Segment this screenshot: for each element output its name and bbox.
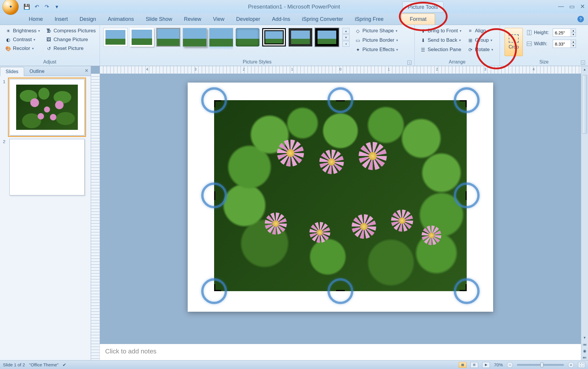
tab-animations[interactable]: Animations xyxy=(102,14,140,25)
crop-handle-right[interactable] xyxy=(466,191,467,200)
height-spinner[interactable]: ▲▼ xyxy=(553,28,576,37)
tab-ispring-converter[interactable]: iSpring Converter xyxy=(296,14,349,25)
scroll-up[interactable]: ▲ xyxy=(581,66,588,73)
tab-addins[interactable]: Add-Ins xyxy=(266,14,296,25)
spellcheck-icon[interactable]: ✔ xyxy=(63,362,66,368)
width-up[interactable]: ▲ xyxy=(571,40,576,44)
crop-handle-left[interactable] xyxy=(214,191,215,200)
height-down[interactable]: ▼ xyxy=(571,33,576,36)
horizontal-ruler: 432101234 xyxy=(100,66,581,74)
notes-pane[interactable]: Click to add notes xyxy=(100,344,581,360)
zoom-percentage[interactable]: 70% xyxy=(494,362,503,367)
zoom-out-button[interactable]: − xyxy=(507,362,513,368)
style-thumb-1[interactable] xyxy=(103,28,127,47)
style-thumb-9[interactable] xyxy=(315,28,339,47)
crop-handle-tr[interactable] xyxy=(460,100,467,107)
prev-slide-button[interactable]: ⏮ xyxy=(581,341,588,347)
style-thumb-8[interactable] xyxy=(288,28,313,47)
width-spinner[interactable]: ▲▼ xyxy=(553,40,576,48)
style-thumb-3[interactable] xyxy=(156,28,180,47)
picture-shape-button[interactable]: ◇Picture Shape xyxy=(354,27,399,34)
reset-picture-button[interactable]: ↺Reset Picture xyxy=(45,45,97,52)
change-picture-button[interactable]: 🖼Change Picture xyxy=(45,36,97,43)
gallery-up[interactable]: ▲ xyxy=(342,28,350,34)
view-normal-button[interactable]: ▦ xyxy=(459,362,466,368)
outline-tab[interactable]: Outline xyxy=(24,67,50,76)
width-input[interactable] xyxy=(553,41,571,46)
height-up[interactable]: ▲ xyxy=(571,29,576,33)
slide-thumbnail-2[interactable] xyxy=(9,139,85,195)
view-sorter-button[interactable]: ⊞ xyxy=(471,362,478,368)
gallery-down[interactable]: ▼ xyxy=(342,34,350,40)
slide[interactable] xyxy=(188,83,493,312)
view-slideshow-button[interactable]: ▶ xyxy=(482,362,490,368)
size-dialog-launcher[interactable]: ↘ xyxy=(581,61,585,65)
align-button[interactable]: ≡Align xyxy=(466,27,494,34)
close-button[interactable]: ✕ xyxy=(580,3,585,10)
tab-format[interactable]: Format xyxy=(401,14,435,25)
qat-more-icon[interactable]: ▾ xyxy=(53,3,61,11)
help-icon[interactable]: ? xyxy=(577,16,584,22)
style-thumb-5[interactable] xyxy=(209,28,233,47)
picture-effects-button[interactable]: ✦Picture Effects xyxy=(354,46,399,53)
style-thumb-7[interactable] xyxy=(262,28,286,47)
recolor-button[interactable]: 🎨Recolor xyxy=(4,45,41,52)
window-controls: — ▭ ✕ xyxy=(558,3,585,10)
tab-insert[interactable]: Insert xyxy=(49,14,74,25)
brightness-button[interactable]: ☀Brightness xyxy=(4,27,41,34)
crop-button[interactable]: Crop xyxy=(505,28,523,56)
tab-review[interactable]: Review xyxy=(178,14,207,25)
slides-tab[interactable]: Slides xyxy=(0,67,24,76)
next-slide-button[interactable]: ⏭ xyxy=(581,354,588,360)
bring-to-front-button[interactable]: ⬆Bring to Front xyxy=(419,27,463,34)
fit-to-window-button[interactable]: ⛶ xyxy=(578,362,585,368)
effects-icon: ✦ xyxy=(355,47,361,53)
tab-design[interactable]: Design xyxy=(74,14,102,25)
style-thumb-6[interactable] xyxy=(236,28,260,47)
compress-pictures-button[interactable]: 🗜Compress Pictures xyxy=(45,27,97,34)
group-button[interactable]: ⊞Group xyxy=(466,37,494,44)
slide-canvas[interactable] xyxy=(100,74,581,344)
minimize-button[interactable]: — xyxy=(558,3,564,10)
slide-thumbnail-1[interactable] xyxy=(9,79,85,135)
undo-icon[interactable]: ↶ xyxy=(33,3,41,11)
crop-handle-tl[interactable] xyxy=(214,100,221,107)
send-to-back-button[interactable]: ⬇Send to Back xyxy=(419,37,463,44)
vertical-scrollbar[interactable]: ▲ ▼ ⏮ ◉ ⏭ xyxy=(581,66,588,360)
crop-handle-top[interactable] xyxy=(336,100,345,101)
scroll-down[interactable]: ▼ xyxy=(581,334,588,341)
rotate-button[interactable]: ⟳Rotate xyxy=(466,46,494,53)
style-thumb-2[interactable] xyxy=(130,28,154,47)
restore-button[interactable]: ▭ xyxy=(569,3,575,10)
height-input[interactable] xyxy=(553,30,571,35)
crop-handle-br[interactable] xyxy=(460,284,467,291)
style-thumb-4[interactable] xyxy=(183,28,207,47)
group-picture-styles: ▲ ▼ ▾ ◇Picture Shape ▭Picture Border ✦Pi… xyxy=(100,25,415,66)
selected-picture[interactable] xyxy=(214,100,467,291)
panel-close-button[interactable]: ✕ xyxy=(85,68,88,73)
scroll-thumb[interactable] xyxy=(582,75,587,134)
brightness-icon: ☀ xyxy=(5,28,11,34)
crop-handle-bl[interactable] xyxy=(214,284,221,291)
zoom-in-button[interactable]: + xyxy=(568,362,574,368)
styles-dialog-launcher[interactable]: ↘ xyxy=(407,61,411,65)
status-slide: Slide 1 of 2 xyxy=(3,362,25,367)
quick-access-toolbar: 💾 ↶ ↷ ▾ xyxy=(23,3,61,11)
tab-developer[interactable]: Developer xyxy=(230,14,266,25)
selection-pane-button[interactable]: ☰Selection Pane xyxy=(419,46,463,53)
office-button[interactable]: ❖ xyxy=(2,0,19,15)
save-icon[interactable]: 💾 xyxy=(23,3,31,11)
redo-icon[interactable]: ↷ xyxy=(43,3,51,11)
tab-view[interactable]: View xyxy=(207,14,230,25)
picture-border-button[interactable]: ▭Picture Border xyxy=(354,37,399,44)
tab-ispring-free[interactable]: iSpring Free xyxy=(349,14,389,25)
tab-home[interactable]: Home xyxy=(23,14,49,25)
crop-handle-bottom[interactable] xyxy=(336,290,345,291)
tab-slideshow[interactable]: Slide Show xyxy=(140,14,178,25)
browse-button[interactable]: ◉ xyxy=(581,348,588,354)
zoom-slider[interactable] xyxy=(517,364,564,366)
gallery-more[interactable]: ▾ xyxy=(342,41,350,47)
contextual-tab-picture-tools[interactable]: Picture Tools xyxy=(402,1,443,13)
width-down[interactable]: ▼ xyxy=(571,44,576,48)
contrast-button[interactable]: ◐Contrast xyxy=(4,36,41,43)
